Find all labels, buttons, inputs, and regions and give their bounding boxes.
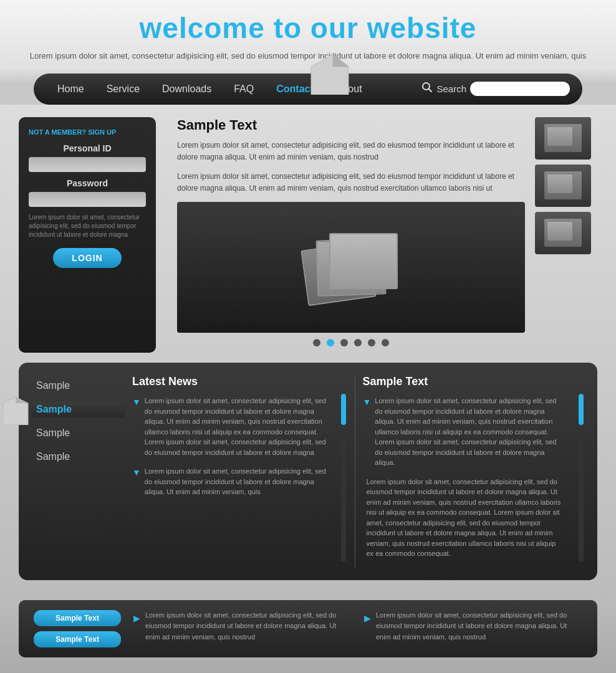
news-column: Latest News ▼ Lorem ipsum dolor sit amet… xyxy=(125,375,355,568)
bottom-col2: ▶ Lorem ipsum dolor sit amet, consectetu… xyxy=(364,610,582,643)
sample-item-1: ▼ Lorem ipsum dolor sit amet, consectetu… xyxy=(363,396,578,468)
center-panel: Sample Text Lorem ipsum dolor sit amet, … xyxy=(167,105,535,353)
center-title: Sample Text xyxy=(177,117,525,133)
dot-3[interactable] xyxy=(340,339,348,346)
sample-text-para1: Lorem ipsum dolor sit amet, consectetur … xyxy=(375,396,565,468)
sample-col-title: Sample Text xyxy=(363,375,578,388)
thumb-1[interactable] xyxy=(535,117,591,160)
sample-scrollbar-thumb[interactable] xyxy=(579,394,584,425)
slideshow xyxy=(177,202,525,333)
dot-1[interactable] xyxy=(313,339,320,346)
signup-prompt: Not a member? SIGN UP xyxy=(29,128,146,136)
signup-link[interactable]: SIGN UP xyxy=(88,128,116,136)
contact-decoration xyxy=(302,51,358,97)
sidebar-item-1[interactable]: Sample xyxy=(31,378,125,394)
password-input[interactable] xyxy=(29,192,146,207)
sample-text-para2: Lorem ipsum dolor sit amet, consectetur … xyxy=(367,477,565,559)
search-label: Search xyxy=(436,84,466,94)
dark-section: Sample Sample Sample Sample Latest News … xyxy=(19,363,597,580)
sample-bullet-1: ▼ xyxy=(363,397,372,468)
nav-downloads[interactable]: Downloads xyxy=(151,74,223,105)
sidebar-item-2[interactable]: Sample xyxy=(31,401,125,418)
bottom-buttons: Sample Text Sample Text xyxy=(34,610,121,647)
bottom-arrow-2: ▶ xyxy=(364,611,371,625)
dot-6[interactable] xyxy=(382,339,389,346)
sidebar-item-3[interactable]: Sample xyxy=(31,425,125,441)
not-member-text: Not a member? xyxy=(29,128,86,136)
main-section: Not a member? SIGN UP Personal ID Passwo… xyxy=(0,105,616,363)
svg-marker-6 xyxy=(16,397,28,403)
slide-card-3 xyxy=(329,233,398,289)
nav-home[interactable]: Home xyxy=(46,74,95,105)
svg-marker-0 xyxy=(311,54,349,95)
site-title: welcome to our website xyxy=(12,11,604,45)
sidebar-item-4[interactable]: Sample xyxy=(31,449,125,465)
slide-cards xyxy=(304,227,398,308)
sample-scrollbar[interactable] xyxy=(579,394,584,561)
personal-id-label: Personal ID xyxy=(29,143,146,153)
thumb-3[interactable] xyxy=(535,212,591,254)
thumb-3-inner xyxy=(544,219,582,247)
nav-faq[interactable]: FAQ xyxy=(223,74,265,105)
nav-wrapper: Home Service Downloads FAQ Contact About… xyxy=(0,69,616,105)
left-decoration xyxy=(0,394,31,427)
news-item-1: ▼ Lorem ipsum dolor sit amet, consectetu… xyxy=(132,396,347,457)
sample-item-2: Lorem ipsum dolor sit amet, consectetur … xyxy=(363,477,578,559)
nav-search-area: Search xyxy=(421,82,570,96)
dot-2[interactable] xyxy=(327,339,334,346)
center-para1: Lorem ipsum dolor sit amet, consectetur … xyxy=(177,140,525,163)
sidebar-nav: Sample Sample Sample Sample xyxy=(31,375,125,568)
dark-section-wrapper: Sample Sample Sample Sample Latest News … xyxy=(0,363,616,600)
login-description: Lorem ipsum dolor sit amet, consectetur … xyxy=(29,213,146,239)
login-panel: Not a member? SIGN UP Personal ID Passwo… xyxy=(19,117,156,353)
dot-4[interactable] xyxy=(354,339,362,346)
bottom-text-2: Lorem ipsum dolor sit amet, consectetur … xyxy=(376,610,582,643)
password-label: Password xyxy=(29,178,146,188)
svg-line-4 xyxy=(429,89,432,92)
news-title: Latest News xyxy=(132,375,347,388)
thumb-1-inner xyxy=(544,124,582,152)
slideshow-dots xyxy=(177,339,525,353)
personal-id-input[interactable] xyxy=(29,157,146,172)
news-text-2: Lorem ipsum dolor sit amet, consectetur … xyxy=(145,466,335,497)
bottom-section: Sample Text Sample Text ▶ Lorem ipsum do… xyxy=(0,600,616,673)
center-para2: Lorem ipsum dolor sit amet, consectetur … xyxy=(177,171,525,194)
bottom-col1: ▶ Lorem ipsum dolor sit amet, consectetu… xyxy=(133,610,352,643)
search-input[interactable] xyxy=(470,82,570,96)
bottom-bar: Sample Text Sample Text ▶ Lorem ipsum do… xyxy=(19,600,597,657)
news-item-2: ▼ Lorem ipsum dolor sit amet, consectetu… xyxy=(132,466,347,497)
bottom-button-2[interactable]: Sample Text xyxy=(34,631,121,647)
news-scrollbar[interactable] xyxy=(341,394,346,561)
search-icon xyxy=(421,82,433,96)
news-scrollbar-thumb[interactable] xyxy=(341,394,346,425)
bottom-arrow-1: ▶ xyxy=(133,611,140,625)
login-button[interactable]: LOGIN xyxy=(53,248,121,268)
thumb-2-inner xyxy=(544,171,582,199)
bottom-text-1: Lorem ipsum dolor sit amet, consectetur … xyxy=(145,610,352,643)
news-bullet-1: ▼ xyxy=(132,397,141,457)
news-bullet-2: ▼ xyxy=(132,467,141,497)
dot-5[interactable] xyxy=(368,339,375,346)
thumbnail-panel xyxy=(535,105,597,353)
bottom-button-1[interactable]: Sample Text xyxy=(34,610,121,626)
nav-service[interactable]: Service xyxy=(95,74,151,105)
thumb-2[interactable] xyxy=(535,165,591,207)
news-text-1: Lorem ipsum dolor sit amet, consectetur … xyxy=(145,396,335,457)
sample-text-column: Sample Text ▼ Lorem ipsum dolor sit amet… xyxy=(355,375,585,568)
